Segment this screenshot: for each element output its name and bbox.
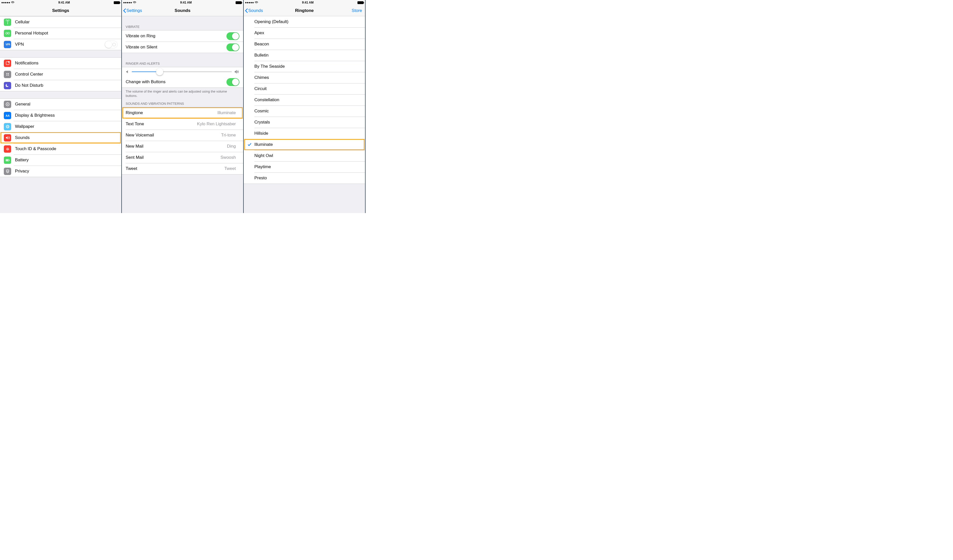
sound-row[interactable]: New VoicemailTri-tone [122, 130, 243, 141]
back-button[interactable]: Sounds [244, 8, 263, 13]
ringtone-row[interactable]: Illuminate [244, 139, 365, 150]
vibrate-on-silent-toggle[interactable] [227, 43, 239, 51]
settings-list[interactable]: CellularPersonal HotspotVPNVPNNotificati… [0, 16, 121, 213]
cell-label: Constellation [255, 97, 361, 102]
cell-label: General [15, 102, 115, 107]
vpn-toggle[interactable] [105, 40, 118, 48]
svg-text:VPN: VPN [6, 43, 10, 46]
status-bar: 9:41 AM [0, 0, 121, 5]
svg-point-8 [8, 74, 9, 76]
chevron-right-icon [115, 147, 118, 151]
settings-screen: 9:41 AM Settings CellularPersonal Hotspo… [0, 0, 122, 213]
ringer-volume-row [122, 67, 243, 76]
cell-label: New Voicemail [126, 133, 221, 138]
cell-label: Wallpaper [15, 124, 115, 129]
cell-label: Cellular [15, 20, 115, 25]
sound-row[interactable]: Text ToneKylo Ren Lightsaber [122, 118, 243, 130]
settings-row-sounds[interactable]: Sounds [0, 132, 121, 143]
store-button[interactable]: Store [352, 8, 365, 13]
ringtone-row[interactable]: Apex [244, 27, 365, 39]
volume-slider[interactable] [132, 71, 232, 72]
chevron-right-icon [115, 125, 118, 128]
sound-row[interactable]: New MailDing [122, 141, 243, 152]
battery-icon [114, 1, 120, 4]
vibrate-on-ring-row[interactable]: Vibrate on Ring [122, 31, 243, 42]
cell-label: Battery [15, 158, 115, 162]
status-bar: 9:41 AM [122, 0, 243, 5]
cell-label: Hillside [255, 131, 361, 136]
settings-row-wallpaper[interactable]: Wallpaper [0, 121, 121, 132]
change-with-buttons-row[interactable]: Change with Buttons [122, 76, 243, 88]
ringtone-row[interactable]: Circuit [244, 83, 365, 94]
settings-row-dnd[interactable]: Do Not Disturb [0, 80, 121, 91]
vpn-icon: VPN [4, 41, 11, 48]
settings-row-control-center[interactable]: Control Center [0, 69, 121, 80]
change-with-buttons-toggle[interactable] [227, 78, 239, 86]
chevron-right-icon [237, 111, 239, 114]
wallpaper-icon [4, 123, 11, 130]
ringtone-row[interactable]: Playtime [244, 161, 365, 172]
ringtone-row[interactable]: Night Owl [244, 150, 365, 161]
ringtone-row[interactable]: Chimes [244, 72, 365, 83]
checkmark-icon [248, 142, 251, 147]
svg-point-6 [8, 73, 9, 74]
ringtone-row[interactable]: Crystals [244, 117, 365, 128]
battery-icon [357, 1, 363, 4]
cell-label: Apex [255, 31, 361, 36]
signal-dots-icon [2, 2, 10, 3]
cell-label: Sounds [15, 135, 115, 140]
chevron-right-icon [237, 122, 239, 125]
status-time: 9:41 AM [58, 1, 70, 4]
sound-row[interactable]: Sent MailSwoosh [122, 152, 243, 163]
settings-row-display[interactable]: AADisplay & Brightness [0, 110, 121, 121]
cell-label: Control Center [15, 72, 115, 77]
ringtone-row[interactable]: Bulletin [244, 50, 365, 61]
svg-point-14 [7, 125, 8, 128]
ringtone-list[interactable]: Opening (Default)ApexBeaconBulletinBy Th… [244, 16, 365, 213]
nav-bar: Settings Sounds [122, 5, 243, 16]
cell-label: By The Seaside [255, 64, 361, 69]
cell-label: New Mail [126, 144, 227, 149]
ringtone-row[interactable]: Constellation [244, 94, 365, 105]
ringtone-row[interactable]: Cosmic [244, 105, 365, 117]
settings-row-cellular[interactable]: Cellular [0, 17, 121, 28]
hotspot-icon [4, 30, 11, 37]
chevron-left-icon [123, 8, 126, 13]
section-footer: The volume of the ringer and alerts can … [122, 88, 243, 100]
vibrate-on-ring-toggle[interactable] [227, 32, 239, 40]
settings-row-privacy[interactable]: Privacy [0, 166, 121, 177]
chevron-right-icon [115, 136, 118, 139]
ringtone-row[interactable]: Beacon [244, 39, 365, 50]
privacy-icon [4, 168, 11, 175]
sounds-content[interactable]: VIBRATE Vibrate on Ring Vibrate on Silen… [122, 16, 243, 213]
chevron-right-icon [237, 167, 239, 170]
cell-label: Sent Mail [126, 155, 220, 160]
speaker-low-icon [126, 70, 129, 74]
ringtone-row[interactable]: By The Seaside [244, 61, 365, 72]
cell-label: Presto [255, 175, 361, 181]
settings-row-general[interactable]: General [0, 99, 121, 110]
back-label: Settings [126, 8, 142, 13]
vibrate-on-silent-row[interactable]: Vibrate on Silent [122, 42, 243, 53]
settings-row-battery[interactable]: Battery [0, 155, 121, 166]
sound-row[interactable]: TweetTweet [122, 163, 243, 174]
cell-label: Bulletin [255, 53, 361, 58]
settings-row-hotspot[interactable]: Personal Hotspot [0, 28, 121, 39]
ringtone-row[interactable]: Opening (Default) [244, 16, 365, 27]
settings-row-notifications[interactable]: Notifications [0, 57, 121, 69]
sound-row[interactable]: RingtoneIlluminate [122, 107, 243, 118]
settings-row-vpn[interactable]: VPNVPN [0, 39, 121, 50]
ringtone-row[interactable]: Hillside [244, 128, 365, 139]
notifications-icon [4, 60, 11, 67]
settings-row-touchid[interactable]: Touch ID & Passcode [0, 143, 121, 155]
nav-bar: Sounds Ringtone Store [244, 5, 365, 16]
cell-label: Crystals [255, 120, 361, 125]
status-time: 9:41 AM [180, 1, 192, 4]
cell-value: Tri-tone [221, 133, 236, 138]
cell-label: Vibrate on Ring [126, 34, 227, 39]
chevron-right-icon [115, 114, 118, 117]
sounds-icon [4, 134, 11, 142]
back-button[interactable]: Settings [122, 8, 142, 13]
ringtone-row[interactable]: Presto [244, 172, 365, 184]
cell-label: Beacon [255, 42, 361, 47]
